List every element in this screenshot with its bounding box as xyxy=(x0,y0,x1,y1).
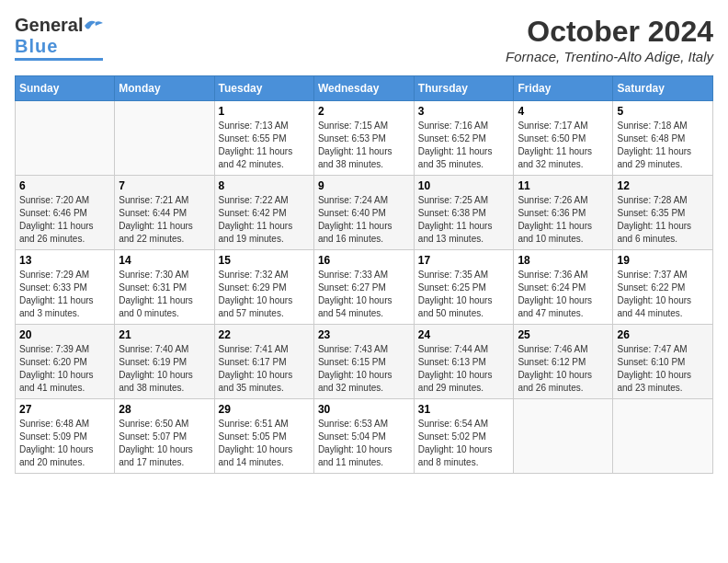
calendar-cell: 31Sunrise: 6:54 AM Sunset: 5:02 PM Dayli… xyxy=(414,399,514,474)
day-detail: Sunrise: 6:53 AM Sunset: 5:04 PM Dayligh… xyxy=(318,418,410,469)
calendar-cell: 6Sunrise: 7:20 AM Sunset: 6:46 PM Daylig… xyxy=(16,176,115,250)
calendar-cell: 8Sunrise: 7:22 AM Sunset: 6:42 PM Daylig… xyxy=(214,176,313,250)
logo-bird-icon xyxy=(83,18,103,33)
day-number: 28 xyxy=(119,403,210,416)
calendar-cell: 27Sunrise: 6:48 AM Sunset: 5:09 PM Dayli… xyxy=(16,399,115,474)
day-number: 20 xyxy=(19,328,110,341)
calendar-cell: 5Sunrise: 7:18 AM Sunset: 6:48 PM Daylig… xyxy=(613,101,713,176)
day-number: 25 xyxy=(518,328,609,341)
day-number: 7 xyxy=(119,179,210,192)
location-subtitle: Fornace, Trentino-Alto Adige, Italy xyxy=(506,49,713,64)
calendar-cell xyxy=(16,101,115,176)
calendar-cell: 15Sunrise: 7:32 AM Sunset: 6:29 PM Dayli… xyxy=(214,250,313,325)
col-header-thursday: Thursday xyxy=(414,76,514,101)
day-detail: Sunrise: 6:50 AM Sunset: 5:07 PM Dayligh… xyxy=(119,418,210,469)
day-number: 19 xyxy=(617,254,709,267)
day-detail: Sunrise: 7:13 AM Sunset: 6:55 PM Dayligh… xyxy=(219,120,310,171)
day-detail: Sunrise: 6:48 AM Sunset: 5:09 PM Dayligh… xyxy=(19,418,110,469)
calendar-cell xyxy=(613,399,713,474)
col-header-monday: Monday xyxy=(115,76,214,101)
day-number: 22 xyxy=(219,328,310,341)
logo-blue: Blue xyxy=(15,36,58,57)
calendar-cell: 30Sunrise: 6:53 AM Sunset: 5:04 PM Dayli… xyxy=(313,399,414,474)
day-detail: Sunrise: 7:26 AM Sunset: 6:36 PM Dayligh… xyxy=(518,194,609,246)
col-header-saturday: Saturday xyxy=(613,76,713,101)
calendar-cell: 25Sunrise: 7:46 AM Sunset: 6:12 PM Dayli… xyxy=(514,325,613,399)
day-number: 2 xyxy=(318,105,410,118)
day-number: 12 xyxy=(617,179,709,192)
day-detail: Sunrise: 7:29 AM Sunset: 6:33 PM Dayligh… xyxy=(19,269,110,320)
day-detail: Sunrise: 7:36 AM Sunset: 6:24 PM Dayligh… xyxy=(518,269,609,320)
day-number: 21 xyxy=(119,328,210,341)
col-header-wednesday: Wednesday xyxy=(313,76,414,101)
day-detail: Sunrise: 7:33 AM Sunset: 6:27 PM Dayligh… xyxy=(318,269,410,320)
calendar-cell: 21Sunrise: 7:40 AM Sunset: 6:19 PM Dayli… xyxy=(115,325,214,399)
logo: General Blue xyxy=(15,15,103,61)
logo-general: General xyxy=(15,15,83,36)
calendar-cell xyxy=(115,101,214,176)
day-number: 11 xyxy=(518,179,609,192)
day-number: 31 xyxy=(418,403,510,416)
day-number: 10 xyxy=(418,179,510,192)
day-number: 6 xyxy=(19,179,110,192)
calendar-cell: 1Sunrise: 7:13 AM Sunset: 6:55 PM Daylig… xyxy=(214,101,313,176)
day-number: 14 xyxy=(119,254,210,267)
calendar-cell: 10Sunrise: 7:25 AM Sunset: 6:38 PM Dayli… xyxy=(414,176,514,250)
calendar-cell: 22Sunrise: 7:41 AM Sunset: 6:17 PM Dayli… xyxy=(214,325,313,399)
calendar-cell: 4Sunrise: 7:17 AM Sunset: 6:50 PM Daylig… xyxy=(514,101,613,176)
calendar-cell: 9Sunrise: 7:24 AM Sunset: 6:40 PM Daylig… xyxy=(313,176,414,250)
calendar-cell: 7Sunrise: 7:21 AM Sunset: 6:44 PM Daylig… xyxy=(115,176,214,250)
day-detail: Sunrise: 7:32 AM Sunset: 6:29 PM Dayligh… xyxy=(219,269,310,320)
day-detail: Sunrise: 7:40 AM Sunset: 6:19 PM Dayligh… xyxy=(119,343,210,395)
calendar-cell: 23Sunrise: 7:43 AM Sunset: 6:15 PM Dayli… xyxy=(313,325,414,399)
day-detail: Sunrise: 7:18 AM Sunset: 6:48 PM Dayligh… xyxy=(617,120,709,171)
calendar-cell: 29Sunrise: 6:51 AM Sunset: 5:05 PM Dayli… xyxy=(214,399,313,474)
day-detail: Sunrise: 7:46 AM Sunset: 6:12 PM Dayligh… xyxy=(518,343,609,395)
day-detail: Sunrise: 6:51 AM Sunset: 5:05 PM Dayligh… xyxy=(219,418,310,469)
day-number: 18 xyxy=(518,254,609,267)
day-number: 16 xyxy=(318,254,410,267)
calendar-cell: 12Sunrise: 7:28 AM Sunset: 6:35 PM Dayli… xyxy=(613,176,713,250)
title-block: October 2024 Fornace, Trentino-Alto Adig… xyxy=(506,15,713,64)
calendar-cell: 17Sunrise: 7:35 AM Sunset: 6:25 PM Dayli… xyxy=(414,250,514,325)
day-number: 15 xyxy=(219,254,310,267)
day-number: 8 xyxy=(219,179,310,192)
day-number: 27 xyxy=(19,403,110,416)
day-detail: Sunrise: 7:28 AM Sunset: 6:35 PM Dayligh… xyxy=(617,194,709,246)
calendar-cell: 20Sunrise: 7:39 AM Sunset: 6:20 PM Dayli… xyxy=(16,325,115,399)
day-number: 3 xyxy=(418,105,510,118)
day-number: 4 xyxy=(518,105,609,118)
day-detail: Sunrise: 7:30 AM Sunset: 6:31 PM Dayligh… xyxy=(119,269,210,320)
day-number: 9 xyxy=(318,179,410,192)
calendar-cell: 19Sunrise: 7:37 AM Sunset: 6:22 PM Dayli… xyxy=(613,250,713,325)
calendar-cell xyxy=(514,399,613,474)
calendar-table: SundayMondayTuesdayWednesdayThursdayFrid… xyxy=(15,75,713,474)
day-detail: Sunrise: 7:47 AM Sunset: 6:10 PM Dayligh… xyxy=(617,343,709,395)
day-detail: Sunrise: 7:15 AM Sunset: 6:53 PM Dayligh… xyxy=(318,120,410,171)
calendar-cell: 11Sunrise: 7:26 AM Sunset: 6:36 PM Dayli… xyxy=(514,176,613,250)
day-detail: Sunrise: 6:54 AM Sunset: 5:02 PM Dayligh… xyxy=(418,418,510,469)
day-detail: Sunrise: 7:22 AM Sunset: 6:42 PM Dayligh… xyxy=(219,194,310,246)
day-detail: Sunrise: 7:37 AM Sunset: 6:22 PM Dayligh… xyxy=(617,269,709,320)
day-number: 29 xyxy=(219,403,310,416)
day-number: 1 xyxy=(219,105,310,118)
calendar-cell: 3Sunrise: 7:16 AM Sunset: 6:52 PM Daylig… xyxy=(414,101,514,176)
day-detail: Sunrise: 7:25 AM Sunset: 6:38 PM Dayligh… xyxy=(418,194,510,246)
day-number: 26 xyxy=(617,328,709,341)
day-number: 30 xyxy=(318,403,410,416)
calendar-cell: 2Sunrise: 7:15 AM Sunset: 6:53 PM Daylig… xyxy=(313,101,414,176)
calendar-cell: 18Sunrise: 7:36 AM Sunset: 6:24 PM Dayli… xyxy=(514,250,613,325)
month-title: October 2024 xyxy=(506,15,713,49)
calendar-cell: 13Sunrise: 7:29 AM Sunset: 6:33 PM Dayli… xyxy=(16,250,115,325)
col-header-sunday: Sunday xyxy=(16,76,115,101)
day-detail: Sunrise: 7:16 AM Sunset: 6:52 PM Dayligh… xyxy=(418,120,510,171)
day-detail: Sunrise: 7:20 AM Sunset: 6:46 PM Dayligh… xyxy=(19,194,110,246)
calendar-cell: 24Sunrise: 7:44 AM Sunset: 6:13 PM Dayli… xyxy=(414,325,514,399)
day-number: 23 xyxy=(318,328,410,341)
day-number: 5 xyxy=(617,105,709,118)
day-number: 13 xyxy=(19,254,110,267)
day-detail: Sunrise: 7:17 AM Sunset: 6:50 PM Dayligh… xyxy=(518,120,609,171)
day-detail: Sunrise: 7:43 AM Sunset: 6:15 PM Dayligh… xyxy=(318,343,410,395)
day-detail: Sunrise: 7:41 AM Sunset: 6:17 PM Dayligh… xyxy=(219,343,310,395)
page-header: General Blue October 2024 Fornace, Trent… xyxy=(15,15,713,64)
